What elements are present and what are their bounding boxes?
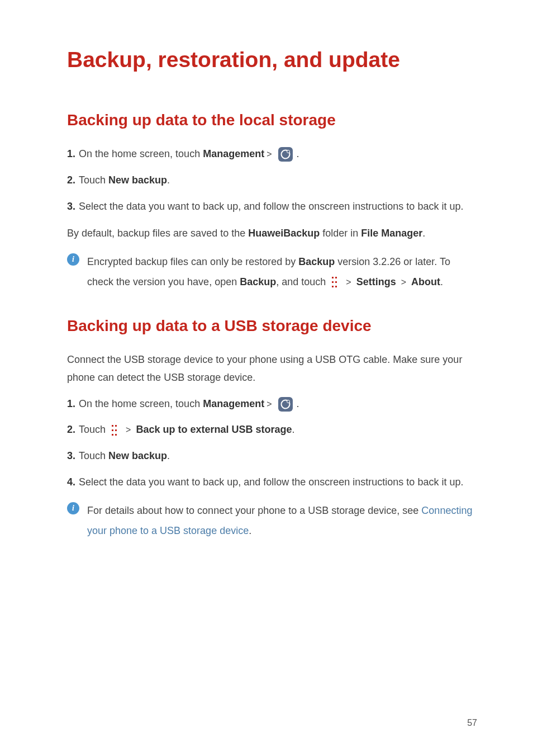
section2-step2: 2. Touch > Back up to external USB stora… xyxy=(67,422,477,438)
section1-heading: Backing up data to the local storage xyxy=(67,111,477,129)
step-number: 1. xyxy=(67,396,75,412)
separator: > xyxy=(346,277,351,287)
text: For details about how to connect your ph… xyxy=(87,505,421,516)
section1-step1: 1. On the home screen, touch Management>… xyxy=(67,146,477,162)
step-content: Select the data you want to back up, and… xyxy=(79,199,477,215)
text: Encrypted backup files can only be resto… xyxy=(87,256,298,267)
text: Touch xyxy=(79,174,108,186)
step-content: Touch New backup. xyxy=(79,172,477,188)
bold-text: About xyxy=(411,276,440,287)
section2-step4: 4. Select the data you want to back up, … xyxy=(67,474,477,490)
step-content: Select the data you want to back up, and… xyxy=(79,474,477,490)
step-content: On the home screen, touch Management> . xyxy=(79,396,477,412)
text: By default, backup files are saved to th… xyxy=(67,228,248,239)
bold-text: New backup xyxy=(108,450,167,461)
section1-body: By default, backup files are saved to th… xyxy=(67,224,477,242)
section2-step3: 3. Touch New backup. xyxy=(67,448,477,464)
section1-info: i Encrypted backup files can only be res… xyxy=(67,252,477,292)
step-content: On the home screen, touch Management> . xyxy=(79,146,477,162)
section1-step3: 3. Select the data you want to back up, … xyxy=(67,199,477,215)
bold-text: Backup xyxy=(240,276,276,287)
info-text: For details about how to connect your ph… xyxy=(87,500,477,541)
text: , and touch xyxy=(276,276,329,287)
text: On the home screen, touch xyxy=(79,148,203,159)
info-text: Encrypted backup files can only be resto… xyxy=(87,252,477,292)
section2-heading: Backing up data to a USB storage device xyxy=(67,317,477,335)
section2-step1: 1. On the home screen, touch Management>… xyxy=(67,396,477,412)
text: folder in xyxy=(320,228,361,239)
step-number: 3. xyxy=(67,448,75,464)
more-menu-icon xyxy=(111,425,118,436)
bold-text: Management xyxy=(203,148,264,159)
info-icon: i xyxy=(67,253,79,266)
separator: > xyxy=(266,399,272,409)
text: On the home screen, touch xyxy=(79,398,203,409)
text: Touch xyxy=(79,424,108,435)
backup-app-icon xyxy=(278,147,293,162)
section2-info: i For details about how to connect your … xyxy=(67,500,477,541)
more-menu-icon xyxy=(331,277,339,288)
bold-text: New backup xyxy=(108,174,167,186)
step-content: Touch > Back up to external USB storage. xyxy=(79,422,477,438)
page-title: Backup, restoration, and update xyxy=(67,39,477,81)
page-number: 57 xyxy=(467,718,477,728)
step-number: 3. xyxy=(67,199,75,215)
step-number: 4. xyxy=(67,474,75,490)
bold-text: Management xyxy=(203,398,264,409)
bold-text: File Manager xyxy=(361,228,422,239)
backup-app-icon xyxy=(278,397,293,412)
section1-step2: 2. Touch New backup. xyxy=(67,172,477,188)
separator: > xyxy=(266,149,272,159)
separator: > xyxy=(126,425,131,434)
step-content: Touch New backup. xyxy=(79,448,477,464)
step-number: 2. xyxy=(67,422,75,438)
step-number: 2. xyxy=(67,172,75,188)
text: Touch xyxy=(79,450,108,461)
section2-intro: Connect the USB storage device to your p… xyxy=(67,351,477,387)
bold-text: HuaweiBackup xyxy=(248,228,320,239)
bold-text: Back up to external USB storage xyxy=(136,424,292,435)
step-number: 1. xyxy=(67,146,75,162)
separator: > xyxy=(401,277,406,287)
bold-text: Backup xyxy=(298,256,335,267)
bold-text: Settings xyxy=(356,276,396,287)
info-icon: i xyxy=(67,502,79,514)
